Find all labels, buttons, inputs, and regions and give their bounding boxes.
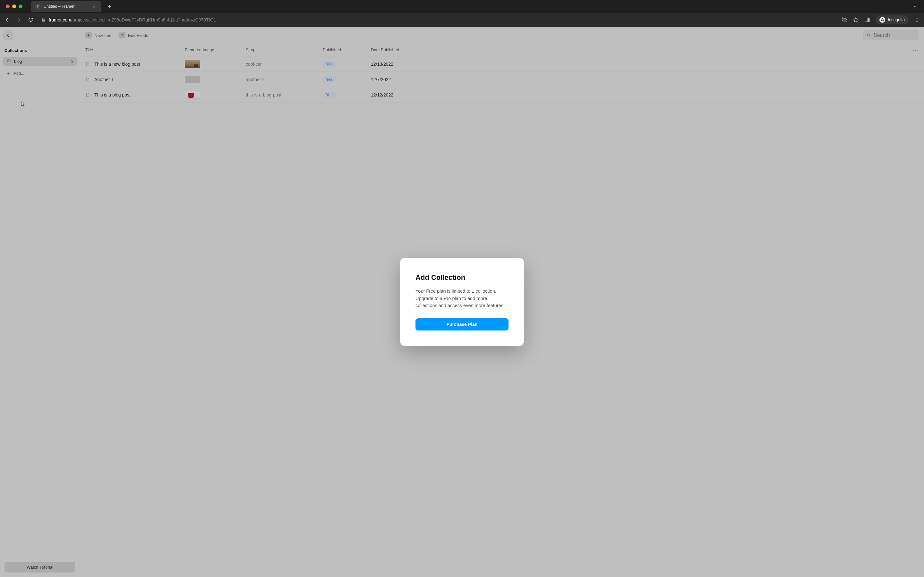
framer-app: Collections blog 3 Add... Watch Tutorial [0,27,924,577]
url-text: framer.com/projects/Untitled--mZ98oDWaPJ… [49,17,216,23]
svg-rect-1 [867,18,869,22]
url-bar: framer.com/projects/Untitled--mZ98oDWaPJ… [0,13,924,27]
purchase-plan-button[interactable]: Purchase Plan [415,318,509,330]
window-controls [3,5,26,8]
close-tab-button[interactable] [91,4,97,9]
back-button[interactable] [4,16,11,23]
framer-favicon-icon [35,4,40,9]
add-collection-modal: Add Collection Your Free plan is limited… [400,258,524,346]
svg-point-4 [917,21,918,22]
maximize-window-button[interactable] [19,5,23,8]
modal-title: Add Collection [415,274,509,282]
modal-wrapper: Add Collection Your Free plan is limited… [0,27,924,577]
svg-point-2 [917,18,918,19]
close-window-button[interactable] [6,5,10,8]
incognito-icon [879,17,885,23]
incognito-badge[interactable]: Incognito [876,15,909,24]
reload-button[interactable] [27,16,34,23]
star-icon[interactable] [853,17,859,23]
panel-icon[interactable] [864,17,871,23]
tabs-menu-button[interactable] [909,3,921,10]
tab-bar: Untitled – Framer [0,0,924,13]
kebab-menu-button[interactable] [914,17,920,23]
lock-icon [41,18,45,22]
url-actions: Incognito [841,15,920,24]
forward-button[interactable] [15,16,23,23]
incognito-label: Incognito [888,17,905,22]
new-tab-button[interactable] [105,3,114,10]
tab-title: Untitled – Framer [44,4,87,9]
svg-point-3 [917,19,918,20]
modal-body: Your Free plan is limited to 1 collectio… [415,287,509,309]
browser-tab[interactable]: Untitled – Framer [31,1,102,12]
browser-chrome: Untitled – Framer framer.com/pro [0,0,924,27]
minimize-window-button[interactable] [12,5,16,8]
address-field[interactable]: framer.com/projects/Untitled--mZ98oDWaPJ… [39,17,837,23]
eye-off-icon[interactable] [841,17,847,23]
